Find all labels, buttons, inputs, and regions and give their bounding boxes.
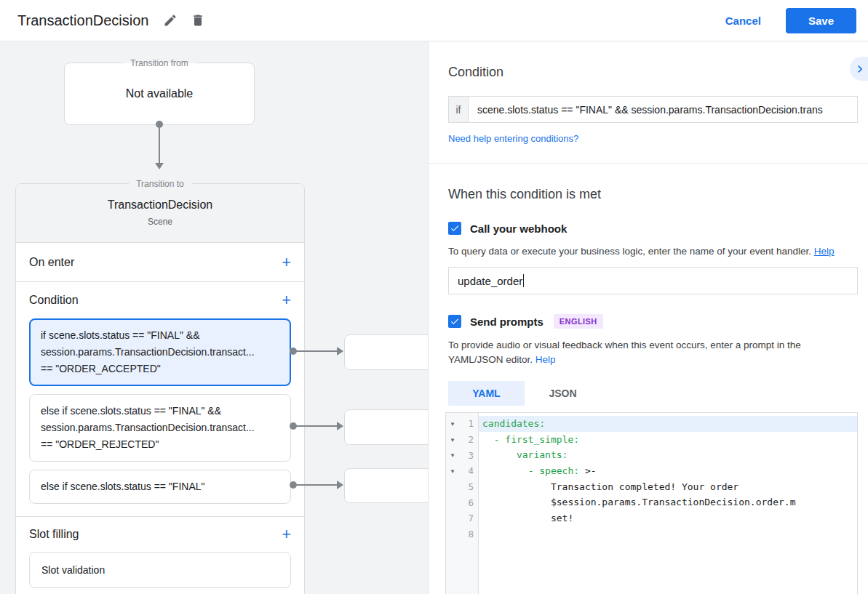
transition-target-box-1[interactable] <box>344 334 428 370</box>
tab-yaml[interactable]: YAML <box>448 381 525 406</box>
webhook-description: To query data or execute your business l… <box>448 244 858 259</box>
call-webhook-label: Call your webhook <box>470 222 567 235</box>
if-prefix-label: if <box>448 96 468 123</box>
webhook-handler-value: update_order <box>458 275 522 287</box>
line-number: 6 <box>459 497 478 508</box>
code-line <box>479 526 857 542</box>
condition-card-2[interactable]: else if scene.slots.status == "FINAL" &&… <box>29 394 291 462</box>
editor-gutter-row: 8 <box>446 526 478 542</box>
condition-editor-panel: Condition if Need help entering conditio… <box>428 41 868 594</box>
condition-card-3[interactable]: else if scene.slots.status == "FINAL" <box>29 470 291 504</box>
condition-section: Condition + if scene.slots.status == "FI… <box>16 282 304 517</box>
code-token-plain <box>482 465 528 476</box>
condition-card-line: else if scene.slots.status == "FINAL" <box>41 478 279 495</box>
tab-json[interactable]: JSON <box>525 381 601 406</box>
editor-gutter: ▾1▾2▾3▾45678 <box>446 413 479 594</box>
scene-flow-canvas: Transition from Not available Transition… <box>0 41 428 594</box>
code-token-key: candidates: <box>482 418 545 429</box>
condition-card-line: else if scene.slots.status == "FINAL" && <box>41 403 279 420</box>
checkmark-icon <box>450 223 460 233</box>
transition-to-box: Transition to TransactionDecision Scene … <box>15 183 305 594</box>
fold-arrow-icon[interactable]: ▾ <box>446 467 459 475</box>
checkmark-icon <box>450 316 460 326</box>
line-number: 1 <box>459 418 478 429</box>
transition-target-box-2[interactable] <box>344 409 428 445</box>
when-met-section: When this condition is met Call your web… <box>429 164 868 594</box>
code-token-plain <box>482 434 494 445</box>
top-bar: TransactionDecision Cancel Save <box>0 0 868 41</box>
add-condition-button[interactable]: + <box>282 292 291 308</box>
edit-scene-button[interactable] <box>162 12 179 29</box>
code-line: candidates: <box>479 416 857 432</box>
code-token-plain <box>482 449 517 460</box>
scene-type-label: Scene <box>16 217 304 227</box>
code-token-plain: >- <box>579 465 596 476</box>
editor-gutter-row: 7 <box>446 510 478 526</box>
condition-section-label: Condition <box>29 294 79 307</box>
transition-from-box: Transition from Not available <box>64 63 255 125</box>
page-title: TransactionDecision <box>17 12 148 29</box>
condition-expression-section: Condition if Need help entering conditio… <box>429 41 868 164</box>
code-token-plain: $session.params.TransactionDecision.orde… <box>482 497 795 507</box>
webhook-help-link[interactable]: Help <box>814 246 835 257</box>
slot-validation-card[interactable]: Slot validation <box>29 552 291 588</box>
code-line: $session.params.TransactionDecision.orde… <box>479 494 857 510</box>
condition-card-1[interactable]: if scene.slots.status == "FINAL" && sess… <box>29 318 291 386</box>
editor-gutter-row: 5 <box>446 479 478 495</box>
condition-card-line: if scene.slots.status == "FINAL" && <box>41 327 279 344</box>
transition-from-label: Transition from <box>123 57 196 70</box>
call-webhook-checkbox[interactable] <box>448 222 461 235</box>
slot-filling-label: Slot filling <box>29 528 79 541</box>
condition-heading: Condition <box>448 65 858 80</box>
fold-arrow-icon[interactable]: ▾ <box>446 451 459 459</box>
on-enter-label: On enter <box>29 256 74 269</box>
chevron-right-icon <box>853 62 867 76</box>
editor-gutter-row: ▾3 <box>446 447 478 463</box>
send-prompts-checkbox[interactable] <box>448 315 461 328</box>
scene-header: TransactionDecision Scene <box>16 184 304 243</box>
prompt-code-editor[interactable]: ▾1▾2▾3▾45678 candidates: - first_simple:… <box>445 412 858 594</box>
code-line: - speech: >- <box>479 463 857 479</box>
code-token-key: - first_simple: <box>494 434 579 445</box>
transition-target-box-3[interactable] <box>344 468 428 503</box>
transition-from-content: Not available <box>65 63 254 124</box>
transition-to-label: Transition to <box>129 177 191 190</box>
line-number: 7 <box>459 513 478 523</box>
condition-card-line: session.params.TransactionDecision.trans… <box>41 344 279 361</box>
delete-scene-button[interactable] <box>189 12 207 29</box>
line-number: 5 <box>459 481 478 492</box>
line-number: 8 <box>459 529 478 539</box>
text-cursor <box>523 274 524 287</box>
condition-card-line: == "ORDER_ACCEPTED" <box>41 361 279 377</box>
code-line: variants: <box>479 447 857 463</box>
scene-name: TransactionDecision <box>16 198 304 212</box>
condition-header-row: Condition + <box>16 282 304 318</box>
webhook-handler-input[interactable]: update_order <box>448 267 858 294</box>
fold-arrow-icon[interactable]: ▾ <box>446 420 459 428</box>
save-button[interactable]: Save <box>786 8 856 33</box>
add-slot-button[interactable]: + <box>282 526 291 542</box>
code-line: set! <box>479 510 857 526</box>
cancel-button[interactable]: Cancel <box>714 9 773 33</box>
prompts-help-link[interactable]: Help <box>535 354 556 365</box>
editor-gutter-row: 6 <box>446 494 478 510</box>
slot-filling-row: Slot filling + <box>16 517 304 552</box>
on-enter-row: On enter + <box>16 243 304 282</box>
editor-code[interactable]: candidates: - first_simple: variants: - … <box>479 413 857 594</box>
trash-icon <box>191 13 205 28</box>
code-token-plain: Transaction completed! Your order <box>482 481 738 492</box>
code-token-key: - speech: <box>528 465 579 476</box>
condition-expression-input[interactable] <box>468 96 858 123</box>
code-token-plain: set! <box>482 513 573 523</box>
fold-arrow-icon[interactable]: ▾ <box>446 436 459 444</box>
condition-card-line: session.params.TransactionDecision.trans… <box>41 420 279 436</box>
line-number: 4 <box>459 465 478 476</box>
collapse-panel-button[interactable] <box>850 57 868 81</box>
editor-gutter-row: ▾1 <box>446 416 478 432</box>
add-on-enter-button[interactable]: + <box>282 254 291 270</box>
language-badge: ENGLISH <box>554 314 603 329</box>
editor-gutter-row: ▾2 <box>446 432 478 448</box>
line-number: 3 <box>459 450 478 461</box>
condition-help-link[interactable]: Need help entering conditions? <box>448 133 578 144</box>
code-token-key: variants: <box>517 449 568 460</box>
